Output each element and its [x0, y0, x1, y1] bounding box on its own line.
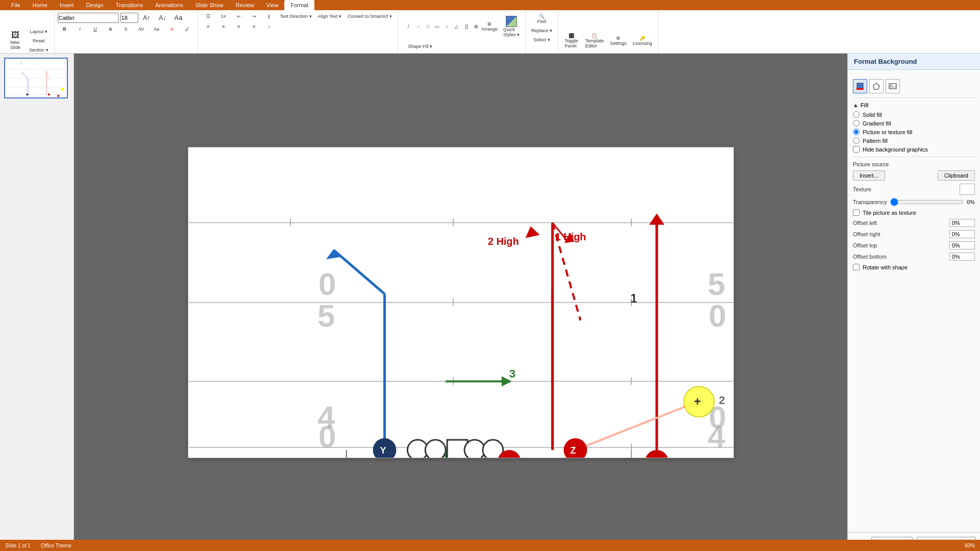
slide-thumbnail-1[interactable]: 0 5 [4, 58, 68, 98]
transparency-slider[interactable] [890, 198, 964, 206]
texture-preview[interactable] [960, 184, 975, 195]
quick-styles-button[interactable]: QuickStyles ▾ [501, 12, 522, 40]
new-slide-button[interactable]: 🖼 NewSlide [5, 27, 26, 55]
status-bar: Slide 1 of 1 Office Theme 60% [0, 540, 980, 551]
tab-insert[interactable]: Insert [54, 0, 80, 10]
toggle-panel-button[interactable]: ⬛ TogglePanel [561, 27, 582, 55]
replace-button[interactable]: Replace ▾ [529, 27, 555, 35]
picture-fill-option[interactable]: Picture or texture fill [853, 129, 975, 135]
toggle-panel-label: TogglePanel [565, 38, 578, 48]
tile-picture-option[interactable]: Tile picture as texture [853, 209, 975, 216]
panel-icon-buttons [853, 79, 975, 93]
settings-label: Settings [610, 41, 627, 46]
offset-left-row: Offset left [853, 219, 975, 227]
tab-home[interactable]: Home [27, 0, 54, 10]
font-size-input[interactable] [120, 13, 138, 23]
font-family-input[interactable] [58, 13, 119, 23]
tile-picture-label: Tile picture as texture [863, 210, 916, 216]
bullets-button[interactable]: ☰ [201, 12, 215, 20]
slide-canvas[interactable]: 0 5 0 4 5 0 4 0 [188, 147, 734, 458]
svg-text:3: 3 [509, 367, 515, 380]
convert-smartart-button[interactable]: Convert to SmartArt ▾ [345, 12, 395, 20]
transparency-value: 0% [967, 199, 975, 205]
find-button[interactable]: 🔍 Find [534, 12, 549, 26]
rotate-with-shape-checkbox[interactable] [853, 264, 860, 270]
font-size-down-button[interactable]: A↓ [156, 12, 170, 23]
hide-bg-graphics-checkbox[interactable] [853, 146, 860, 153]
licensing-button[interactable]: 🔑 Licensing [630, 27, 655, 55]
select-button[interactable]: Select ▾ [531, 36, 553, 44]
svg-text:A: A [504, 457, 510, 457]
svg-text:5: 5 [64, 62, 65, 65]
font-size-up-button[interactable]: A↑ [140, 12, 154, 23]
template-editor-button[interactable]: 📋 TemplateEditor [583, 27, 607, 55]
gradient-fill-radio[interactable] [853, 120, 860, 127]
tab-view[interactable]: View [260, 0, 285, 10]
clipboard-button[interactable]: Clipboard [938, 170, 975, 181]
font-color-button[interactable]: A [165, 25, 179, 33]
clear-format-button[interactable]: Aa [172, 12, 186, 23]
insert-picture-button[interactable]: Insert... [853, 170, 885, 181]
layout-button[interactable]: Layout ▾ [27, 28, 51, 36]
indent-more-button[interactable]: ⇒ [247, 12, 261, 20]
pattern-fill-label: Pattern fill [863, 138, 888, 144]
columns-button[interactable]: ⫿ [262, 12, 277, 20]
highlight-button[interactable]: 🖊 [180, 25, 194, 33]
quick-styles-icon [506, 16, 517, 27]
fill-icon-button[interactable] [853, 79, 867, 93]
pattern-fill-radio[interactable] [853, 137, 860, 144]
solid-fill-option[interactable]: Solid fill [853, 111, 975, 118]
strikethrough-button[interactable]: S [104, 25, 118, 33]
transparency-slider-row: 0% [890, 198, 975, 206]
italic-button[interactable]: I [73, 25, 87, 33]
underline-button[interactable]: U [88, 25, 103, 33]
tab-transitions[interactable]: Transitions [110, 0, 149, 10]
svg-rect-85 [856, 88, 864, 90]
offset-right-input[interactable] [949, 230, 975, 238]
line-spacing-button[interactable]: ↕ [262, 22, 277, 31]
pentagon-icon-button[interactable] [869, 79, 884, 93]
format-title-text: Format Background [854, 58, 917, 65]
offset-top-input[interactable] [949, 241, 975, 249]
tab-format[interactable]: Format [284, 0, 314, 10]
offset-bottom-row: Offset bottom [853, 253, 975, 261]
shape-fill-button[interactable]: Shape Fill ▾ [401, 42, 439, 51]
indent-less-button[interactable]: ⇐ [232, 12, 246, 20]
image-icon-button[interactable] [886, 79, 900, 93]
align-justify-button[interactable]: ≡ [247, 22, 261, 31]
change-case-button[interactable]: Aa [150, 25, 164, 33]
solid-fill-radio[interactable] [853, 111, 860, 118]
text-direction-button[interactable]: Text Direction ▾ [278, 12, 314, 20]
picture-fill-radio[interactable] [853, 129, 860, 135]
align-text-button[interactable]: Align Text ▾ [315, 12, 344, 20]
settings-button[interactable]: ⚙ Settings [607, 27, 629, 55]
format-panel-title: Format Background [848, 54, 980, 70]
tab-animations[interactable]: Animations [149, 0, 189, 10]
tab-design[interactable]: Design [80, 0, 110, 10]
svg-point-68 [464, 440, 484, 458]
tab-file[interactable]: File [5, 0, 27, 10]
arrange-button[interactable]: ⊞ Arrange [479, 12, 500, 40]
reset-button[interactable]: Reset [27, 37, 51, 45]
convert-smartart-label: Convert to SmartArt ▾ [348, 14, 392, 19]
bold-button[interactable]: B [58, 25, 72, 33]
align-center-button[interactable]: ≡ [216, 22, 231, 31]
align-right-button[interactable]: ≡ [232, 22, 246, 31]
numbering-button[interactable]: 1≡ [216, 12, 231, 20]
char-spacing-button[interactable]: AV [134, 25, 149, 33]
transparency-label: Transparency [853, 199, 887, 205]
pattern-fill-option[interactable]: Pattern fill [853, 137, 975, 144]
section-button[interactable]: Section ▾ [27, 46, 51, 54]
align-left-button[interactable]: ≡ [201, 22, 215, 31]
rotate-with-shape-option[interactable]: Rotate with shape [853, 264, 975, 270]
fill-section-header[interactable]: ▲ Fill [853, 102, 975, 108]
offset-bottom-input[interactable] [949, 253, 975, 261]
hide-bg-graphics-option[interactable]: Hide background graphics [853, 146, 975, 153]
hide-bg-graphics-label: Hide background graphics [863, 146, 928, 153]
gradient-fill-option[interactable]: Gradient fill [853, 120, 975, 127]
shadow-button[interactable]: S [119, 25, 133, 33]
tile-picture-checkbox[interactable] [853, 209, 860, 216]
offset-left-input[interactable] [949, 219, 975, 227]
tab-review[interactable]: Review [230, 0, 260, 10]
tab-slideshow[interactable]: Slide Show [189, 0, 230, 10]
